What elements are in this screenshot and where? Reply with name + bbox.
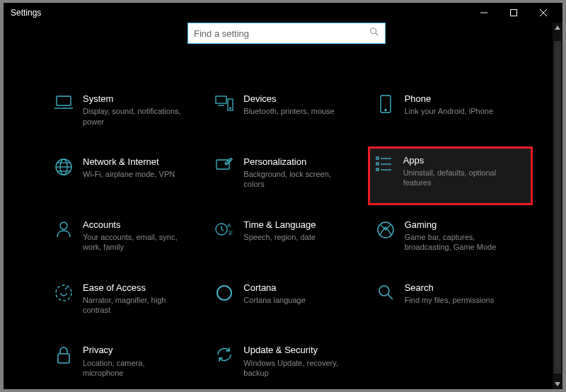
category-desc: Your accounts, email, sync, work, family <box>83 232 185 253</box>
category-title: Personalization <box>243 156 346 168</box>
category-update-security[interactable]: Update & Security Windows Update, recove… <box>212 340 366 382</box>
svg-point-4 <box>371 28 376 34</box>
svg-line-34 <box>388 294 393 299</box>
category-ease-of-access[interactable]: Ease of Access Narrator, magnifier, high… <box>52 278 205 320</box>
svg-rect-1 <box>511 10 517 16</box>
svg-rect-23 <box>376 157 379 159</box>
category-time-language[interactable]: A字 Time & Language Speech, region, date <box>212 215 366 257</box>
category-desc: Location, camera, microphone <box>83 358 185 379</box>
svg-point-32 <box>217 286 231 300</box>
category-desc: Speech, region, date <box>243 232 316 242</box>
category-privacy[interactable]: Privacy Location, camera, microphone <box>52 340 205 382</box>
svg-line-5 <box>376 33 379 36</box>
content-area: System Display, sound, notifications, po… <box>4 23 562 389</box>
cortana-icon <box>212 282 236 302</box>
devices-icon <box>212 93 236 112</box>
scroll-thumb[interactable] <box>554 41 561 374</box>
category-title: Accounts <box>83 219 185 231</box>
svg-marker-36 <box>555 25 560 30</box>
category-gaming[interactable]: Gaming Game bar, captures, broadcasting,… <box>374 215 527 257</box>
svg-rect-24 <box>376 163 379 165</box>
category-title: Network & Internet <box>83 156 175 168</box>
time-language-icon: A字 <box>212 219 236 238</box>
svg-rect-6 <box>57 96 71 105</box>
category-accounts[interactable]: Accounts Your accounts, email, sync, wor… <box>52 215 205 257</box>
category-cortana[interactable]: Cortana Cortana language <box>212 278 366 320</box>
category-desc: Cortana language <box>243 295 305 305</box>
globe-icon <box>52 156 76 176</box>
category-desc: Narrator, magnifier, high contrast <box>83 295 185 316</box>
maximize-button[interactable] <box>499 3 529 23</box>
category-title: Update & Security <box>243 345 346 356</box>
category-system[interactable]: System Display, sound, notifications, po… <box>52 89 205 131</box>
category-desc: Find my files, permissions <box>405 295 495 305</box>
category-title: Privacy <box>83 345 185 356</box>
svg-point-26 <box>60 222 67 229</box>
category-title: Phone <box>405 93 493 105</box>
category-title: Ease of Access <box>83 282 185 294</box>
category-title: Search <box>405 282 495 294</box>
list-icon <box>372 155 396 172</box>
xbox-icon <box>374 219 398 239</box>
search-icon <box>369 27 379 40</box>
minimize-button[interactable] <box>469 3 499 23</box>
window-title: Settings <box>11 8 41 18</box>
category-phone[interactable]: Phone Link your Android, iPhone <box>374 89 527 131</box>
category-search[interactable]: Search Find my files, permissions <box>374 278 527 320</box>
ease-of-access-icon <box>52 282 76 302</box>
category-desc: Wi-Fi, airplane mode, VPN <box>83 169 175 179</box>
category-devices[interactable]: Devices Bluetooth, printers, mouse <box>212 89 366 131</box>
svg-rect-25 <box>376 168 379 171</box>
search-category-icon <box>374 282 398 301</box>
svg-rect-8 <box>216 96 226 103</box>
category-desc: Display, sound, notifications, power <box>83 106 185 127</box>
phone-icon <box>374 93 398 113</box>
category-desc: Uninstall, defaults, optional features <box>403 168 506 188</box>
category-title: Apps <box>403 155 506 166</box>
category-desc: Link your Android, iPhone <box>405 106 493 116</box>
category-apps[interactable]: Apps Uninstall, defaults, optional featu… <box>369 148 531 204</box>
category-title: Devices <box>243 93 334 105</box>
search-box[interactable] <box>187 23 386 44</box>
category-desc: Bluetooth, printers, mouse <box>243 106 334 116</box>
category-network[interactable]: Network & Internet Wi-Fi, airplane mode,… <box>52 152 205 194</box>
close-button[interactable] <box>529 3 558 23</box>
category-personalization[interactable]: Personalization Background, lock screen,… <box>212 152 366 194</box>
settings-window: Settings System D <box>4 3 562 389</box>
titlebar: Settings <box>4 3 562 23</box>
lock-icon <box>52 345 76 364</box>
scroll-down-arrow[interactable] <box>553 379 562 389</box>
svg-rect-35 <box>58 354 69 363</box>
laptop-icon <box>52 93 76 110</box>
svg-point-10 <box>230 108 231 109</box>
paintbrush-icon <box>212 156 236 175</box>
svg-text:字: 字 <box>228 231 233 236</box>
svg-point-31 <box>56 285 71 301</box>
category-title: Time & Language <box>243 219 316 231</box>
svg-text:A: A <box>227 222 231 229</box>
category-desc: Windows Update, recovery, backup <box>243 358 346 379</box>
sync-icon <box>212 345 236 363</box>
category-title: System <box>83 93 185 105</box>
svg-point-33 <box>379 286 389 296</box>
category-title: Gaming <box>405 219 507 231</box>
category-desc: Background, lock screen, colors <box>243 169 346 190</box>
svg-marker-37 <box>555 382 560 386</box>
category-desc: Game bar, captures, broadcasting, Game M… <box>405 232 507 253</box>
svg-point-13 <box>385 110 386 111</box>
category-title: Cortana <box>243 282 305 294</box>
search-input[interactable] <box>194 28 369 39</box>
person-icon <box>52 219 76 238</box>
categories-grid: System Display, sound, notifications, po… <box>52 89 527 389</box>
scroll-up-arrow[interactable] <box>553 23 562 33</box>
vertical-scrollbar[interactable] <box>553 23 562 389</box>
